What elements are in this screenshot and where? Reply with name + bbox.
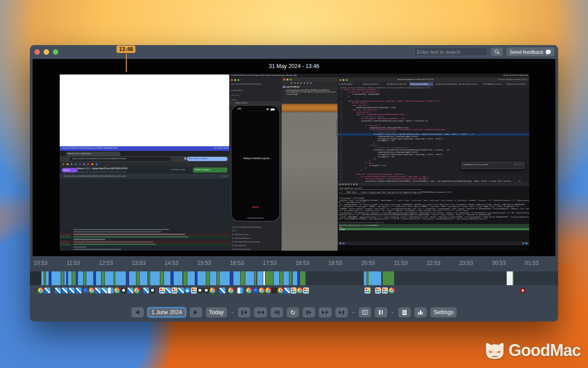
fast-forward-button[interactable] xyxy=(319,307,332,317)
timeline-segment[interactable] xyxy=(217,271,219,285)
timeline-segment[interactable] xyxy=(44,271,45,285)
timeline-segment[interactable] xyxy=(183,271,187,285)
app-icon-chrome[interactable] xyxy=(114,288,120,293)
app-icon-github[interactable] xyxy=(197,288,203,293)
app-icon-xcode[interactable] xyxy=(284,288,290,293)
app-icon-palette[interactable] xyxy=(172,288,178,293)
app-icon-xcode[interactable] xyxy=(219,288,225,293)
timeline-segment[interactable] xyxy=(84,271,86,285)
timeline-segment[interactable] xyxy=(164,271,170,285)
timeline-segment[interactable] xyxy=(64,271,66,285)
screenshot-button[interactable] xyxy=(359,307,371,317)
app-icon-chrome[interactable] xyxy=(38,288,44,293)
timeline-segment[interactable] xyxy=(195,271,197,285)
current-time-badge[interactable]: 13:46 xyxy=(117,46,136,53)
timeline-segment[interactable] xyxy=(140,271,147,285)
close-button[interactable] xyxy=(34,49,40,55)
app-icon-finder[interactable] xyxy=(237,288,243,293)
timeline-segment[interactable] xyxy=(68,271,72,285)
timeline-segment[interactable] xyxy=(41,271,44,285)
screenshot-preview[interactable]: Chrome File Edit View History Bookmarks … xyxy=(60,74,529,251)
app-icon-chrome[interactable] xyxy=(265,288,271,293)
report-button[interactable] xyxy=(398,307,411,317)
timeline-segment[interactable] xyxy=(513,271,514,285)
skip-to-start-button[interactable] xyxy=(238,307,250,317)
search-button[interactable] xyxy=(491,47,503,56)
app-icon-xcode[interactable] xyxy=(165,288,171,293)
app-icon-chrome[interactable] xyxy=(278,288,284,293)
today-button[interactable]: Today xyxy=(206,307,227,317)
app-icon-chrome[interactable] xyxy=(228,288,234,293)
timeline-segment[interactable] xyxy=(293,271,297,285)
settings-button[interactable]: Settings xyxy=(430,307,457,317)
app-icon-store[interactable] xyxy=(184,288,190,293)
timeline-segment[interactable] xyxy=(280,271,283,285)
timeline-segment[interactable] xyxy=(150,271,160,285)
timeline-segment[interactable] xyxy=(241,271,245,285)
app-icon-finder[interactable] xyxy=(107,288,113,293)
timeline-segment[interactable] xyxy=(369,271,381,285)
search-input[interactable] xyxy=(414,47,487,56)
app-icon-xcode[interactable] xyxy=(75,288,81,293)
titlebar[interactable]: Send feedback xyxy=(30,45,558,59)
timeline-segment[interactable] xyxy=(230,271,233,285)
timeline-segment[interactable] xyxy=(171,271,173,285)
app-icon-chrome[interactable] xyxy=(89,288,95,293)
timeline-segment[interactable] xyxy=(220,271,230,285)
timeline-segment[interactable] xyxy=(94,271,95,285)
app-icon-palette[interactable] xyxy=(159,288,165,293)
app-icon-chrome[interactable] xyxy=(134,288,140,293)
timeline-segment[interactable] xyxy=(245,271,254,285)
timeline-segment[interactable] xyxy=(46,271,49,285)
step-back-button[interactable] xyxy=(271,307,283,317)
timeline-segment[interactable] xyxy=(72,271,76,285)
timeline-segment[interactable] xyxy=(289,271,292,285)
app-icon-xcode[interactable] xyxy=(95,288,101,293)
app-icon-xcode[interactable] xyxy=(143,288,149,293)
stats-button[interactable] xyxy=(414,307,427,317)
timeline-segment[interactable] xyxy=(187,271,195,285)
app-icon-github[interactable] xyxy=(204,288,209,293)
app-icon-palette[interactable] xyxy=(191,288,197,293)
app-icon-chrome[interactable] xyxy=(209,288,215,293)
timeline-segment[interactable] xyxy=(298,271,300,285)
timeline-activity-bar[interactable] xyxy=(30,271,558,285)
app-icon-chrome[interactable] xyxy=(259,288,265,293)
timeline-segment[interactable] xyxy=(198,271,206,285)
app-icon-palette[interactable] xyxy=(364,288,370,293)
next-day-button[interactable] xyxy=(190,307,202,317)
app-icon-xcode[interactable] xyxy=(102,288,107,293)
timeline-segment[interactable] xyxy=(300,271,306,285)
replay-button[interactable]: ↻ xyxy=(287,307,299,317)
app-icon-github[interactable] xyxy=(149,288,155,293)
app-icon-palette[interactable] xyxy=(290,288,296,293)
prev-day-button[interactable] xyxy=(131,307,144,317)
timeline-segment[interactable] xyxy=(51,271,61,285)
timeline-segment[interactable] xyxy=(66,271,68,285)
app-icon-record[interactable] xyxy=(520,288,526,293)
timeline-segment[interactable] xyxy=(136,271,139,285)
timeline-segment[interactable] xyxy=(206,271,209,285)
app-icon-xcode[interactable] xyxy=(127,288,133,293)
app-icon-chrome[interactable] xyxy=(389,288,395,293)
timeline-segment[interactable] xyxy=(383,271,394,285)
timeline-segment[interactable] xyxy=(96,271,102,285)
app-icon-xcode[interactable] xyxy=(44,288,50,293)
timeline-segment[interactable] xyxy=(210,271,216,285)
timeline-segment[interactable] xyxy=(105,271,113,285)
rewind-button[interactable] xyxy=(254,307,267,317)
app-icon-xcode[interactable] xyxy=(62,288,68,293)
timeline-segment[interactable] xyxy=(148,271,150,285)
minimize-button[interactable] xyxy=(44,49,49,55)
timeline-segment[interactable] xyxy=(254,271,257,285)
app-icon-xcode[interactable] xyxy=(68,288,74,293)
timeline-segment[interactable] xyxy=(274,271,279,285)
app-icon-xcode[interactable] xyxy=(55,288,61,293)
pause-button[interactable] xyxy=(375,307,387,317)
app-icon-chrome[interactable] xyxy=(246,288,252,293)
timeline-segment[interactable] xyxy=(266,271,273,285)
timeline-segment[interactable] xyxy=(114,271,116,285)
zoom-button[interactable] xyxy=(53,49,58,55)
timeline-segment[interactable] xyxy=(283,271,289,285)
app-icon-palette[interactable] xyxy=(382,288,388,293)
